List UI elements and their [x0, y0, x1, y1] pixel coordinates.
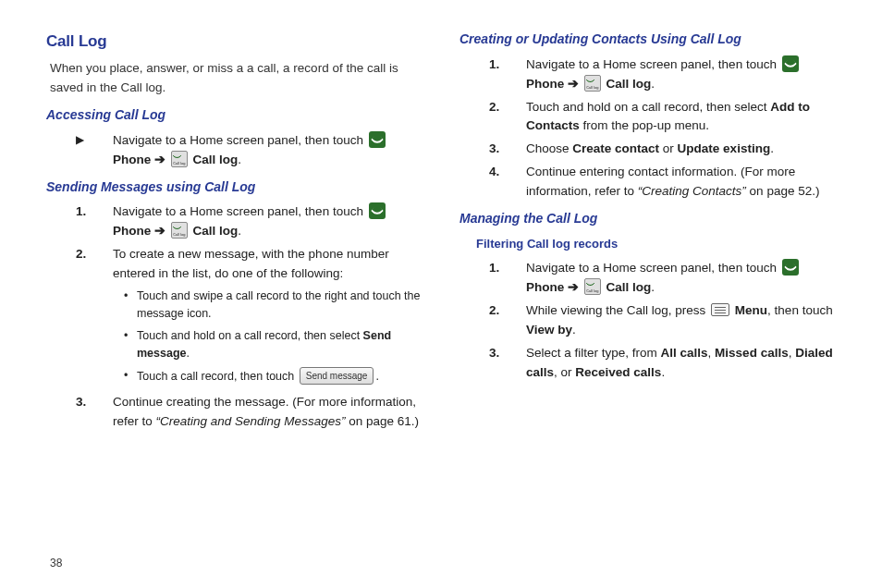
calllog-label: Call log — [606, 77, 652, 91]
bullet-2: Touch and hold on a call record, then se… — [124, 327, 423, 363]
ref-text: “Creating and Sending Messages” — [156, 414, 346, 428]
text: Navigate to a Home screen panel, then to… — [526, 57, 780, 71]
step-number: 2. — [459, 301, 517, 340]
intro-text: When you place, answer, or miss a a call… — [50, 59, 423, 98]
text: or — [659, 141, 678, 155]
heading-call-log: Call Log — [46, 30, 423, 54]
step-number: 1. — [459, 259, 517, 298]
heading-accessing: Accessing Call Log — [46, 105, 423, 126]
text: , or — [554, 365, 575, 379]
arrow-icon: ➔ — [568, 280, 579, 294]
creating-step-2: 2. Touch and hold on a call record, then… — [459, 98, 836, 137]
calllog-icon — [584, 278, 601, 295]
pointer-icon: ▶ — [46, 131, 104, 170]
page-number: 38 — [50, 557, 62, 570]
text: on page 52.) — [746, 184, 820, 198]
filtering-step-3: 3. Select a filter type, from All calls,… — [459, 344, 836, 383]
bullet-1: Touch and swipe a call record to the rig… — [124, 288, 423, 324]
phone-icon — [369, 202, 386, 219]
bullet-3: Touch a call record, then touch Send mes… — [124, 367, 423, 386]
step-number: 2. — [46, 245, 104, 389]
sub-bullets: Touch and swipe a call record to the rig… — [124, 288, 423, 386]
step-text: Continue entering contact information. (… — [517, 163, 836, 202]
step-number: 1. — [46, 202, 104, 241]
creating-step-1: 1. Navigate to a Home screen panel, then… — [459, 55, 836, 94]
ref-text: “Creating Contacts” — [638, 184, 746, 198]
filtering-step-1: 1. Navigate to a Home screen panel, then… — [459, 259, 836, 298]
send-message-button-image: Send message — [300, 367, 374, 386]
arrow-icon: ➔ — [154, 224, 165, 238]
heading-sending: Sending Messages using Call Log — [46, 178, 423, 198]
text: Touch and hold on a call record, then se… — [137, 329, 363, 342]
phone-label: Phone — [526, 77, 564, 91]
phone-icon — [369, 131, 386, 148]
text: To create a new message, with the phone … — [113, 247, 389, 280]
step-number: 4. — [459, 163, 517, 202]
text: from the pop-up menu. — [580, 118, 709, 132]
phone-icon — [782, 259, 799, 276]
menu-label: Menu — [735, 303, 767, 317]
period: . — [651, 280, 655, 294]
heading-filtering: Filtering Call log records — [476, 235, 836, 253]
step-text: While viewing the Call log, press Menu, … — [517, 301, 836, 340]
calllog-label: Call log — [193, 153, 239, 166]
text: Choose — [526, 141, 572, 155]
sending-steps: 1. Navigate to a Home screen panel, then… — [46, 202, 423, 431]
step-number: 3. — [459, 344, 517, 383]
step-text: Select a filter type, from All calls, Mi… — [517, 344, 836, 383]
period: . — [375, 370, 378, 383]
bold-text: Received calls — [575, 365, 661, 379]
step-text: Navigate to a Home screen panel, then to… — [517, 259, 836, 298]
text: While viewing the Call log, press — [526, 303, 709, 317]
period: . — [661, 365, 665, 379]
bullet-content: Touch and hold on a call record, then se… — [137, 327, 423, 363]
step-number: 2. — [459, 98, 517, 137]
menu-icon — [711, 303, 729, 316]
arrow-icon: ➔ — [568, 77, 579, 91]
text: Navigate to a Home screen panel, then to… — [113, 204, 367, 218]
two-column-layout: Call Log When you place, answer, or miss… — [0, 0, 882, 447]
sending-step-1: 1. Navigate to a Home screen panel, then… — [46, 202, 423, 241]
step-number: 1. — [459, 55, 517, 94]
accessing-text: Navigate to a Home screen panel, then to… — [104, 131, 423, 170]
bold-text: View by — [526, 323, 572, 337]
text: Touch a call record, then touch — [137, 370, 298, 383]
step-number: 3. — [459, 140, 517, 159]
period: . — [770, 141, 774, 155]
text: Touch and hold on a call record, then se… — [526, 100, 770, 114]
bold-text: Create contact — [572, 141, 659, 155]
accessing-step: ▶ Navigate to a Home screen panel, then … — [46, 131, 423, 170]
step-text: Touch and hold on a call record, then se… — [517, 98, 836, 137]
bold-text: All calls — [661, 346, 708, 360]
creating-step-4: 4. Continue entering contact information… — [459, 163, 836, 202]
period: . — [238, 224, 241, 238]
text: on page 61.) — [345, 414, 419, 428]
filtering-steps: 1. Navigate to a Home screen panel, then… — [459, 259, 836, 383]
sending-step-3: 3. Continue creating the message. (For m… — [46, 393, 423, 432]
phone-label: Phone — [526, 280, 564, 294]
period: . — [238, 153, 241, 166]
calllog-icon — [171, 222, 188, 239]
step-text: Continue creating the message. (For more… — [104, 393, 423, 432]
text: , then touch — [767, 303, 833, 317]
page: Call Log When you place, answer, or miss… — [0, 0, 882, 588]
phone-label: Phone — [113, 153, 151, 166]
left-column: Call Log When you place, answer, or miss… — [46, 30, 423, 437]
heading-managing: Managing the Call Log — [459, 209, 836, 229]
text: Navigate to a Home screen panel, then to… — [526, 261, 780, 275]
bold-text: Missed calls — [715, 346, 789, 360]
text: Select a filter type, from — [526, 346, 661, 360]
calllog-icon — [584, 75, 601, 92]
period: . — [651, 77, 655, 91]
step-text: Navigate to a Home screen panel, then to… — [104, 202, 423, 241]
period: . — [572, 323, 576, 337]
filtering-step-2: 2. While viewing the Call log, press Men… — [459, 301, 836, 340]
bullet-content: Touch a call record, then touch Send mes… — [137, 367, 379, 386]
creating-steps: 1. Navigate to a Home screen panel, then… — [459, 55, 836, 202]
creating-step-3: 3. Choose Create contact or Update exist… — [459, 140, 836, 159]
right-column: Creating or Updating Contacts Using Call… — [459, 30, 836, 437]
period: . — [187, 347, 190, 360]
phone-icon — [782, 55, 799, 72]
calllog-icon — [171, 151, 188, 167]
text: Touch and swipe a call record to the rig… — [137, 288, 423, 324]
